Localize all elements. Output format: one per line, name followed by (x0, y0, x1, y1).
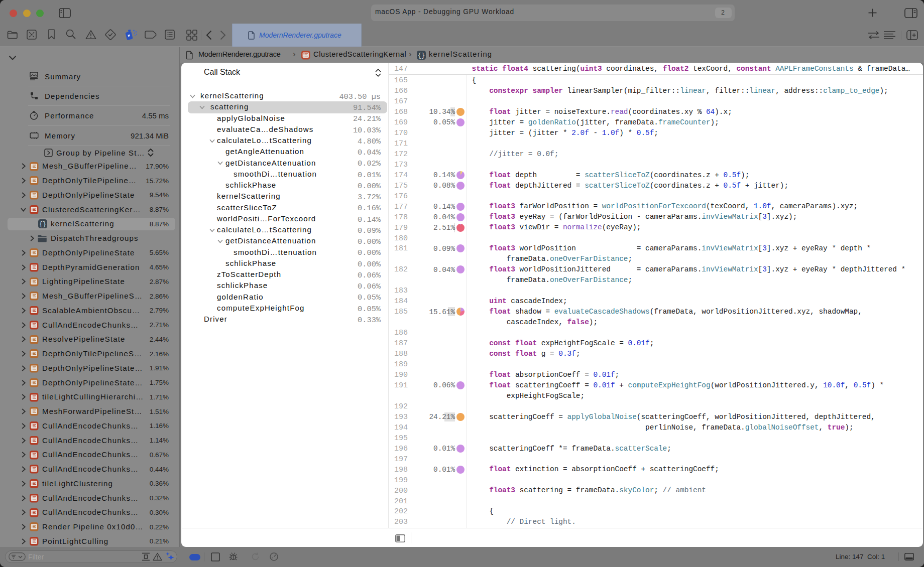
svg-text:{}: {} (39, 221, 46, 228)
svg-text:{}: {} (418, 52, 425, 59)
